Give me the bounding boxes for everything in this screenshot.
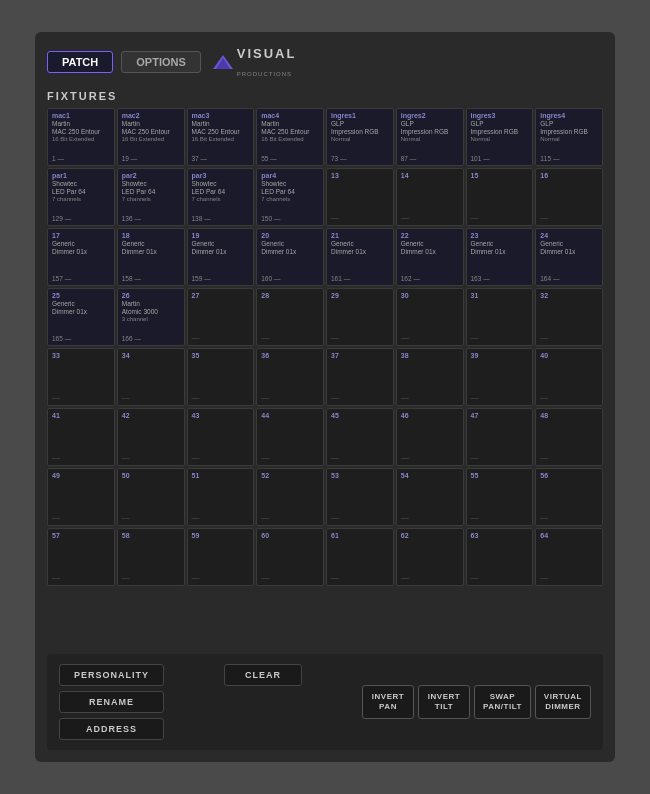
virtual-dimmer-button[interactable]: VIRTUALDIMMER bbox=[535, 685, 591, 720]
cell-name: 54 bbox=[401, 472, 459, 480]
rename-button[interactable]: RENAME bbox=[59, 691, 164, 713]
fixture-cell-15[interactable]: 15 — bbox=[466, 168, 534, 226]
fixture-cell-53[interactable]: 53 — bbox=[326, 468, 394, 526]
fixture-cell-39[interactable]: 39 — bbox=[466, 348, 534, 406]
fixture-cell-64[interactable]: 64 — bbox=[535, 528, 603, 586]
fixture-cell-46[interactable]: 46 — bbox=[396, 408, 464, 466]
fixture-cell-11[interactable]: par3 Showtec LED Par 64 7 channels 138 — bbox=[187, 168, 255, 226]
fixture-cell-42[interactable]: 42 — bbox=[117, 408, 185, 466]
fixture-cell-37[interactable]: 37 — bbox=[326, 348, 394, 406]
fixture-cell-33[interactable]: 33 — bbox=[47, 348, 115, 406]
cell-detail: Normal bbox=[331, 136, 389, 143]
fixture-cell-6[interactable]: ingres2 GLP Impression RGB Normal 87 — bbox=[396, 108, 464, 166]
swap-pan-tilt-button[interactable]: SWAPPAN/TILT bbox=[474, 685, 531, 720]
fixture-cell-21[interactable]: 21 Generic Dimmer 01x 161 — bbox=[326, 228, 394, 286]
cell-name: 41 bbox=[52, 412, 110, 420]
fixture-cell-61[interactable]: 61 — bbox=[326, 528, 394, 586]
fixture-cell-19[interactable]: 19 Generic Dimmer 01x 159 — bbox=[187, 228, 255, 286]
fixture-cell-47[interactable]: 47 — bbox=[466, 408, 534, 466]
tab-options[interactable]: OPTIONS bbox=[121, 51, 201, 73]
cell-model: Impression RGB bbox=[401, 128, 459, 136]
fixture-cell-22[interactable]: 22 Generic Dimmer 01x 162 — bbox=[396, 228, 464, 286]
fixture-cell-4[interactable]: mac4 Martin MAC 250 Entour 16 Bit Extend… bbox=[256, 108, 324, 166]
cell-brand: Generic bbox=[331, 240, 389, 248]
clear-button[interactable]: CLEAR bbox=[224, 664, 302, 686]
cell-address: 73 — bbox=[331, 155, 347, 162]
fixture-cell-29[interactable]: 29 — bbox=[326, 288, 394, 346]
fixture-cell-51[interactable]: 51 — bbox=[187, 468, 255, 526]
fixture-cell-1[interactable]: mac1 Martin MAC 250 Entour 16 Bit Extend… bbox=[47, 108, 115, 166]
fixture-cell-49[interactable]: 49 — bbox=[47, 468, 115, 526]
cell-dash: — bbox=[52, 573, 60, 582]
fixture-cell-56[interactable]: 56 — bbox=[535, 468, 603, 526]
logo-sub: PRODUCTIONS bbox=[237, 71, 292, 77]
fixture-cell-3[interactable]: mac3 Martin MAC 250 Entour 16 Bit Extend… bbox=[187, 108, 255, 166]
fixture-cell-40[interactable]: 40 — bbox=[535, 348, 603, 406]
cell-dash: — bbox=[331, 213, 339, 222]
cell-dash: — bbox=[471, 213, 479, 222]
fixture-cell-2[interactable]: mac2 Martin MAC 250 Entour 16 Bit Extend… bbox=[117, 108, 185, 166]
cell-name: 28 bbox=[261, 292, 319, 300]
fixture-cell-31[interactable]: 31 — bbox=[466, 288, 534, 346]
fixture-cell-59[interactable]: 59 — bbox=[187, 528, 255, 586]
cell-detail: 16 Bit Extended bbox=[192, 136, 250, 143]
cell-dash: — bbox=[540, 333, 548, 342]
fixture-cell-30[interactable]: 30 — bbox=[396, 288, 464, 346]
fixture-cell-25[interactable]: 25 Generic Dimmer 01x 165 — bbox=[47, 288, 115, 346]
cell-dash: — bbox=[52, 393, 60, 402]
fixture-cell-26[interactable]: 26 Martin Atomic 3000 3 channel 166 — bbox=[117, 288, 185, 346]
fixture-cell-17[interactable]: 17 Generic Dimmer 01x 157 — bbox=[47, 228, 115, 286]
fixture-cell-35[interactable]: 35 — bbox=[187, 348, 255, 406]
address-button[interactable]: ADDRESS bbox=[59, 718, 164, 740]
fixture-cell-14[interactable]: 14 — bbox=[396, 168, 464, 226]
fixture-cell-45[interactable]: 45 — bbox=[326, 408, 394, 466]
fixture-cell-57[interactable]: 57 — bbox=[47, 528, 115, 586]
fixture-cell-38[interactable]: 38 — bbox=[396, 348, 464, 406]
fixture-cell-60[interactable]: 60 — bbox=[256, 528, 324, 586]
fixture-cell-52[interactable]: 52 — bbox=[256, 468, 324, 526]
fixture-cell-10[interactable]: par2 Showtec LED Par 64 7 channels 136 — bbox=[117, 168, 185, 226]
fixture-cell-23[interactable]: 23 Generic Dimmer 01x 163 — bbox=[466, 228, 534, 286]
cell-name: 16 bbox=[540, 172, 598, 180]
invert-tilt-button[interactable]: INVERTTILT bbox=[418, 685, 470, 720]
fixture-cell-48[interactable]: 48 — bbox=[535, 408, 603, 466]
fixture-cell-55[interactable]: 55 — bbox=[466, 468, 534, 526]
invert-pan-button[interactable]: INVERTPAN bbox=[362, 685, 414, 720]
tab-patch[interactable]: PATCH bbox=[47, 51, 113, 73]
cell-dash: — bbox=[192, 333, 200, 342]
fixture-cell-62[interactable]: 62 — bbox=[396, 528, 464, 586]
fixture-cell-16[interactable]: 16 — bbox=[535, 168, 603, 226]
fixture-cell-50[interactable]: 50 — bbox=[117, 468, 185, 526]
fixture-cell-63[interactable]: 63 — bbox=[466, 528, 534, 586]
fixture-cell-36[interactable]: 36 — bbox=[256, 348, 324, 406]
fixture-cell-20[interactable]: 20 Generic Dimmer 01x 160 — bbox=[256, 228, 324, 286]
fixture-cell-44[interactable]: 44 — bbox=[256, 408, 324, 466]
fixture-cell-43[interactable]: 43 — bbox=[187, 408, 255, 466]
personality-button[interactable]: PERSONALITY bbox=[59, 664, 164, 686]
cell-brand: Martin bbox=[122, 300, 180, 308]
fixture-cell-18[interactable]: 18 Generic Dimmer 01x 158 — bbox=[117, 228, 185, 286]
fixture-cell-27[interactable]: 27 — bbox=[187, 288, 255, 346]
cell-dash: — bbox=[122, 513, 130, 522]
cell-detail: Normal bbox=[401, 136, 459, 143]
cell-dash: — bbox=[122, 573, 130, 582]
cell-brand: GLP bbox=[540, 120, 598, 128]
fixture-cell-9[interactable]: par1 Showtec LED Par 64 7 channels 129 — bbox=[47, 168, 115, 226]
fixture-cell-32[interactable]: 32 — bbox=[535, 288, 603, 346]
fixture-cell-24[interactable]: 24 Generic Dimmer 01x 164 — bbox=[535, 228, 603, 286]
fixture-cell-28[interactable]: 28 — bbox=[256, 288, 324, 346]
cell-name: 46 bbox=[401, 412, 459, 420]
fixture-cell-34[interactable]: 34 — bbox=[117, 348, 185, 406]
section-title: FIXTURES bbox=[47, 90, 603, 102]
fixture-cell-58[interactable]: 58 — bbox=[117, 528, 185, 586]
fixture-cell-41[interactable]: 41 — bbox=[47, 408, 115, 466]
cell-name: 13 bbox=[331, 172, 389, 180]
cell-model: Dimmer 01x bbox=[471, 248, 529, 256]
fixture-cell-54[interactable]: 54 — bbox=[396, 468, 464, 526]
cell-name: 48 bbox=[540, 412, 598, 420]
fixture-cell-13[interactable]: 13 — bbox=[326, 168, 394, 226]
fixture-cell-7[interactable]: ingres3 GLP Impression RGB Normal 101 — bbox=[466, 108, 534, 166]
fixture-cell-12[interactable]: par4 Showtec LED Par 64 7 channels 150 — bbox=[256, 168, 324, 226]
fixture-cell-8[interactable]: ingres4 GLP Impression RGB Normal 115 — bbox=[535, 108, 603, 166]
fixture-cell-5[interactable]: ingres1 GLP Impression RGB Normal 73 — bbox=[326, 108, 394, 166]
